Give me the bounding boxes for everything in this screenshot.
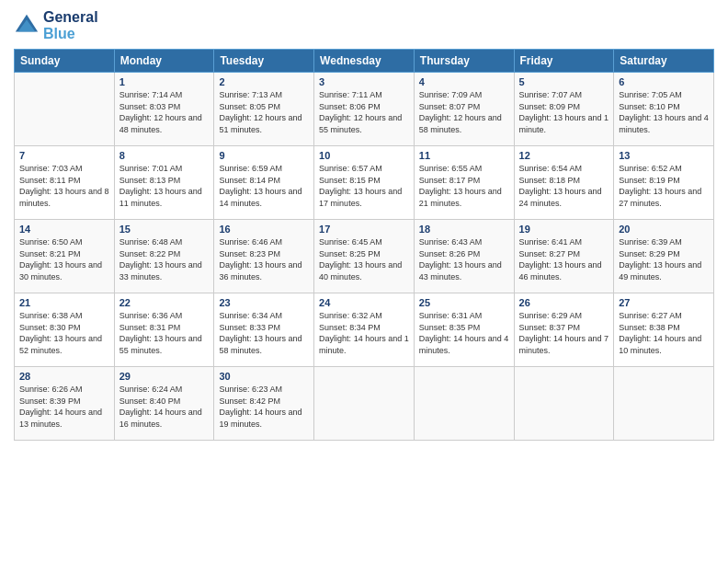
day-number: 9 bbox=[219, 150, 309, 161]
calendar-cell: 14Sunrise: 6:50 AMSunset: 8:21 PMDayligh… bbox=[15, 220, 115, 293]
day-number: 26 bbox=[519, 297, 609, 308]
day-number: 20 bbox=[619, 224, 709, 235]
calendar-cell: 7Sunrise: 7:03 AMSunset: 8:11 PMDaylight… bbox=[15, 146, 115, 220]
week-row-3: 14Sunrise: 6:50 AMSunset: 8:21 PMDayligh… bbox=[15, 220, 714, 293]
day-number: 30 bbox=[219, 371, 309, 382]
calendar-cell bbox=[15, 73, 115, 146]
calendar-cell: 1Sunrise: 7:14 AMSunset: 8:03 PMDaylight… bbox=[114, 73, 214, 146]
calendar-cell: 11Sunrise: 6:55 AMSunset: 8:17 PMDayligh… bbox=[414, 146, 514, 220]
day-number: 22 bbox=[119, 297, 210, 308]
calendar-cell: 8Sunrise: 7:01 AMSunset: 8:13 PMDaylight… bbox=[114, 146, 214, 220]
calendar-cell: 10Sunrise: 6:57 AMSunset: 8:15 PMDayligh… bbox=[314, 146, 415, 220]
day-number: 15 bbox=[119, 224, 210, 235]
calendar-cell: 3Sunrise: 7:11 AMSunset: 8:06 PMDaylight… bbox=[314, 73, 415, 146]
day-info: Sunrise: 6:48 AMSunset: 8:22 PMDaylight:… bbox=[119, 236, 210, 282]
calendar-cell: 9Sunrise: 6:59 AMSunset: 8:14 PMDaylight… bbox=[214, 146, 314, 220]
calendar-cell bbox=[414, 367, 514, 441]
calendar-cell: 19Sunrise: 6:41 AMSunset: 8:27 PMDayligh… bbox=[514, 220, 614, 293]
header-day-monday: Monday bbox=[114, 50, 214, 73]
day-info: Sunrise: 6:50 AMSunset: 8:21 PMDaylight:… bbox=[19, 236, 109, 282]
day-number: 23 bbox=[219, 297, 309, 308]
day-info: Sunrise: 6:57 AMSunset: 8:15 PMDaylight:… bbox=[319, 163, 409, 209]
day-info: Sunrise: 7:13 AMSunset: 8:05 PMDaylight:… bbox=[219, 89, 309, 135]
week-row-5: 28Sunrise: 6:26 AMSunset: 8:39 PMDayligh… bbox=[15, 367, 714, 441]
calendar-table: SundayMondayTuesdayWednesdayThursdayFrid… bbox=[14, 49, 714, 441]
day-number: 17 bbox=[319, 224, 409, 235]
calendar-cell bbox=[514, 367, 614, 441]
day-info: Sunrise: 6:24 AMSunset: 8:40 PMDaylight:… bbox=[119, 384, 210, 430]
day-info: Sunrise: 7:01 AMSunset: 8:13 PMDaylight:… bbox=[119, 163, 210, 209]
calendar-cell: 30Sunrise: 6:23 AMSunset: 8:42 PMDayligh… bbox=[214, 367, 314, 441]
day-number: 7 bbox=[19, 150, 109, 161]
calendar-cell: 6Sunrise: 7:05 AMSunset: 8:10 PMDaylight… bbox=[614, 73, 714, 146]
day-number: 12 bbox=[519, 150, 609, 161]
day-info: Sunrise: 7:11 AMSunset: 8:06 PMDaylight:… bbox=[319, 89, 409, 135]
day-info: Sunrise: 6:34 AMSunset: 8:33 PMDaylight:… bbox=[219, 310, 309, 356]
day-number: 6 bbox=[619, 76, 709, 87]
day-info: Sunrise: 6:45 AMSunset: 8:25 PMDaylight:… bbox=[319, 236, 409, 282]
page: General Blue SundayMondayTuesdayWednesda… bbox=[0, 0, 728, 563]
day-info: Sunrise: 6:36 AMSunset: 8:31 PMDaylight:… bbox=[119, 310, 210, 356]
day-number: 1 bbox=[119, 76, 210, 87]
day-number: 25 bbox=[419, 297, 509, 308]
day-number: 21 bbox=[19, 297, 109, 308]
header: General Blue bbox=[14, 9, 714, 41]
calendar-cell: 21Sunrise: 6:38 AMSunset: 8:30 PMDayligh… bbox=[15, 293, 115, 367]
calendar-cell: 29Sunrise: 6:24 AMSunset: 8:40 PMDayligh… bbox=[114, 367, 214, 441]
day-info: Sunrise: 6:38 AMSunset: 8:30 PMDaylight:… bbox=[19, 310, 109, 356]
calendar-cell: 13Sunrise: 6:52 AMSunset: 8:19 PMDayligh… bbox=[614, 146, 714, 220]
header-row: SundayMondayTuesdayWednesdayThursdayFrid… bbox=[15, 50, 714, 73]
header-day-sunday: Sunday bbox=[15, 50, 115, 73]
day-number: 10 bbox=[319, 150, 409, 161]
calendar-cell: 24Sunrise: 6:32 AMSunset: 8:34 PMDayligh… bbox=[314, 293, 415, 367]
calendar-cell: 2Sunrise: 7:13 AMSunset: 8:05 PMDaylight… bbox=[214, 73, 314, 146]
calendar-cell: 17Sunrise: 6:45 AMSunset: 8:25 PMDayligh… bbox=[314, 220, 415, 293]
calendar-cell: 27Sunrise: 6:27 AMSunset: 8:38 PMDayligh… bbox=[614, 293, 714, 367]
day-number: 8 bbox=[119, 150, 210, 161]
day-info: Sunrise: 6:54 AMSunset: 8:18 PMDaylight:… bbox=[519, 163, 609, 209]
day-number: 29 bbox=[119, 371, 210, 382]
week-row-4: 21Sunrise: 6:38 AMSunset: 8:30 PMDayligh… bbox=[15, 293, 714, 367]
header-day-saturday: Saturday bbox=[614, 50, 714, 73]
calendar-cell: 22Sunrise: 6:36 AMSunset: 8:31 PMDayligh… bbox=[114, 293, 214, 367]
day-info: Sunrise: 6:46 AMSunset: 8:23 PMDaylight:… bbox=[219, 236, 309, 282]
calendar-cell: 15Sunrise: 6:48 AMSunset: 8:22 PMDayligh… bbox=[114, 220, 214, 293]
day-info: Sunrise: 6:23 AMSunset: 8:42 PMDaylight:… bbox=[219, 384, 309, 430]
day-number: 19 bbox=[519, 224, 609, 235]
day-info: Sunrise: 6:26 AMSunset: 8:39 PMDaylight:… bbox=[19, 384, 109, 430]
day-info: Sunrise: 7:03 AMSunset: 8:11 PMDaylight:… bbox=[19, 163, 109, 209]
day-number: 24 bbox=[319, 297, 409, 308]
day-number: 4 bbox=[419, 76, 509, 87]
day-info: Sunrise: 6:27 AMSunset: 8:38 PMDaylight:… bbox=[619, 310, 709, 356]
calendar-cell: 12Sunrise: 6:54 AMSunset: 8:18 PMDayligh… bbox=[514, 146, 614, 220]
day-info: Sunrise: 7:09 AMSunset: 8:07 PMDaylight:… bbox=[419, 89, 509, 135]
day-info: Sunrise: 6:39 AMSunset: 8:29 PMDaylight:… bbox=[619, 236, 709, 282]
header-day-thursday: Thursday bbox=[414, 50, 514, 73]
logo-text-line1: General bbox=[43, 9, 98, 26]
calendar-cell: 5Sunrise: 7:07 AMSunset: 8:09 PMDaylight… bbox=[514, 73, 614, 146]
day-number: 28 bbox=[19, 371, 109, 382]
header-day-tuesday: Tuesday bbox=[214, 50, 314, 73]
logo: General Blue bbox=[14, 9, 98, 41]
logo-icon bbox=[14, 13, 40, 39]
calendar-cell bbox=[314, 367, 415, 441]
day-info: Sunrise: 6:31 AMSunset: 8:35 PMDaylight:… bbox=[419, 310, 509, 356]
day-number: 3 bbox=[319, 76, 409, 87]
calendar-cell: 28Sunrise: 6:26 AMSunset: 8:39 PMDayligh… bbox=[15, 367, 115, 441]
day-info: Sunrise: 6:41 AMSunset: 8:27 PMDaylight:… bbox=[519, 236, 609, 282]
day-number: 14 bbox=[19, 224, 109, 235]
day-info: Sunrise: 6:52 AMSunset: 8:19 PMDaylight:… bbox=[619, 163, 709, 209]
calendar-cell: 4Sunrise: 7:09 AMSunset: 8:07 PMDaylight… bbox=[414, 73, 514, 146]
header-day-friday: Friday bbox=[514, 50, 614, 73]
calendar-cell: 25Sunrise: 6:31 AMSunset: 8:35 PMDayligh… bbox=[414, 293, 514, 367]
day-number: 13 bbox=[619, 150, 709, 161]
week-row-2: 7Sunrise: 7:03 AMSunset: 8:11 PMDaylight… bbox=[15, 146, 714, 220]
day-info: Sunrise: 6:59 AMSunset: 8:14 PMDaylight:… bbox=[219, 163, 309, 209]
calendar-cell: 20Sunrise: 6:39 AMSunset: 8:29 PMDayligh… bbox=[614, 220, 714, 293]
calendar-cell bbox=[614, 367, 714, 441]
day-info: Sunrise: 7:05 AMSunset: 8:10 PMDaylight:… bbox=[619, 89, 709, 135]
day-number: 11 bbox=[419, 150, 509, 161]
day-number: 2 bbox=[219, 76, 309, 87]
calendar-cell: 18Sunrise: 6:43 AMSunset: 8:26 PMDayligh… bbox=[414, 220, 514, 293]
day-number: 27 bbox=[619, 297, 709, 308]
